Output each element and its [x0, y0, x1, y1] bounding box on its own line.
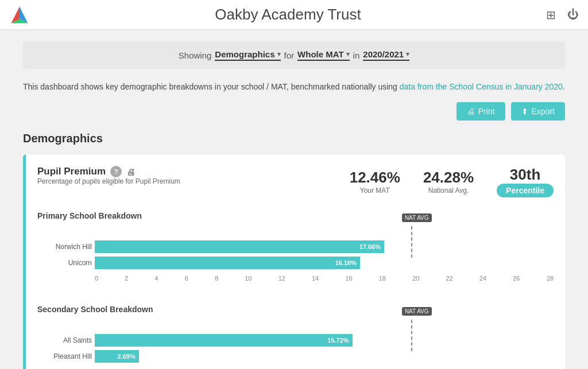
- x-tick: 16: [345, 275, 352, 282]
- metric-header: Pupil Premium ? 🖨 Percentage of pupils e…: [37, 166, 554, 209]
- percentile-stat: 30th Percentile: [497, 166, 554, 197]
- nat-avg-label: NAT AVG: [402, 213, 432, 222]
- census-link[interactable]: data from the School Census in January 2…: [400, 82, 563, 91]
- x-tick: 6: [185, 275, 188, 282]
- bar-value-label: 15.72%: [327, 337, 349, 344]
- metric-title: Pupil Premium ? 🖨: [37, 166, 180, 177]
- bar-label: Norwich Hill: [37, 243, 92, 251]
- demographics-dropdown[interactable]: Demographics ▾: [215, 49, 280, 61]
- x-tick: 10: [245, 275, 252, 282]
- secondary-bar-chart: All Saints15.72%Pleasant Hill2.69%NAT AV…: [37, 320, 554, 369]
- primary-bar-chart: Norwich Hill17.66%Unicorn16.18%NAT AVG 0…: [37, 226, 554, 293]
- x-tick: 24: [479, 275, 486, 282]
- main-content: Showing Demographics ▾ for Whole MAT ▾ i…: [0, 30, 588, 369]
- secondary-chart-title: Secondary School Breakdown: [37, 305, 554, 314]
- printer-icon: 🖨: [467, 107, 475, 116]
- bar-track: 16.18%: [95, 257, 554, 269]
- national-avg-label: National Avg.: [423, 187, 474, 195]
- logo[interactable]: [9, 5, 30, 25]
- nav-icons: ⊞ ⏻: [546, 8, 579, 22]
- x-tick: 4: [155, 275, 158, 282]
- page-title: Oakby Academy Trust: [30, 6, 546, 24]
- x-tick: 8: [215, 275, 218, 282]
- print-button[interactable]: 🖨 Print: [457, 102, 505, 121]
- metric-print-icon[interactable]: 🖨: [126, 167, 135, 177]
- grid-icon[interactable]: ⊞: [546, 8, 556, 22]
- national-avg-stat: 24.28% National Avg.: [423, 169, 474, 195]
- whole-mat-caret: ▾: [346, 51, 350, 58]
- nat-avg-line: NAT AVG: [411, 320, 412, 351]
- year-caret: ▾: [406, 51, 409, 58]
- pupil-premium-card: Pupil Premium ? 🖨 Percentage of pupils e…: [23, 154, 565, 369]
- x-tick: 18: [379, 275, 386, 282]
- action-buttons: 🖨 Print ⬆ Export: [23, 102, 565, 121]
- your-mat-label: Your MAT: [350, 187, 400, 195]
- bar-label: Unicorn: [37, 259, 92, 267]
- bar-fill: 17.66%: [95, 240, 384, 253]
- bar-track: 15.72%: [95, 334, 554, 347]
- demographics-caret: ▾: [277, 51, 281, 58]
- bar-value-label: 16.18%: [335, 259, 356, 266]
- bar-track: 2.69%: [95, 350, 554, 363]
- bar-row: Norwich Hill17.66%: [95, 240, 554, 253]
- your-mat-value: 12.46%: [350, 169, 400, 187]
- export-button[interactable]: ⬆ Export: [511, 102, 565, 121]
- x-tick: 22: [446, 275, 453, 282]
- nat-avg-label: NAT AVG: [402, 307, 432, 316]
- help-icon[interactable]: ?: [110, 166, 122, 177]
- percentile-badge: Percentile: [497, 184, 554, 197]
- national-avg-value: 24.28%: [423, 169, 474, 187]
- percentile-value: 30th: [497, 166, 554, 184]
- bar-fill: 16.18%: [95, 257, 360, 269]
- nat-avg-line: NAT AVG: [411, 226, 412, 258]
- bar-label: Pleasant Hill: [37, 352, 92, 360]
- primary-school-breakdown: Primary School Breakdown Norwich Hill17.…: [37, 211, 554, 293]
- description: This dashboard shows key demographic bre…: [23, 80, 565, 93]
- x-tick: 12: [278, 275, 285, 282]
- your-mat-stat: 12.46% Your MAT: [350, 169, 400, 195]
- x-tick: 26: [513, 275, 520, 282]
- bar-track: 17.66%: [95, 240, 554, 253]
- bar-label: All Saints: [37, 336, 92, 344]
- secondary-school-breakdown: Secondary School Breakdown All Saints15.…: [37, 305, 554, 369]
- demographics-section-title: Demographics: [23, 132, 565, 145]
- showing-bar: Showing Demographics ▾ for Whole MAT ▾ i…: [23, 41, 565, 69]
- x-tick: 14: [312, 275, 319, 282]
- year-dropdown[interactable]: 2020/2021 ▾: [363, 49, 409, 61]
- stats-row: 12.46% Your MAT 24.28% National Avg. 30t…: [350, 166, 554, 197]
- showing-label: Showing: [179, 51, 212, 60]
- bar-row: Pleasant Hill2.69%: [95, 350, 554, 363]
- bar-value-label: 2.69%: [118, 353, 136, 360]
- bar-value-label: 17.66%: [359, 243, 381, 250]
- whole-mat-dropdown[interactable]: Whole MAT ▾: [297, 49, 350, 61]
- x-tick: 0: [95, 275, 98, 282]
- x-tick: 2: [125, 275, 128, 282]
- metric-subtitle: Percentage of pupils eligible for Pupil …: [37, 177, 180, 185]
- in-label: in: [353, 51, 360, 60]
- x-tick: 20: [412, 275, 419, 282]
- x-tick: 28: [547, 275, 554, 282]
- power-icon[interactable]: ⏻: [567, 8, 579, 21]
- bar-row: All Saints15.72%: [95, 334, 554, 347]
- bar-row: Unicorn16.18%: [95, 257, 554, 269]
- bar-fill: 2.69%: [95, 350, 139, 363]
- primary-chart-title: Primary School Breakdown: [37, 211, 554, 220]
- export-icon: ⬆: [521, 107, 528, 116]
- for-label: for: [284, 51, 295, 60]
- top-nav: Oakby Academy Trust ⊞ ⏻: [0, 0, 588, 30]
- bar-fill: 15.72%: [95, 334, 353, 347]
